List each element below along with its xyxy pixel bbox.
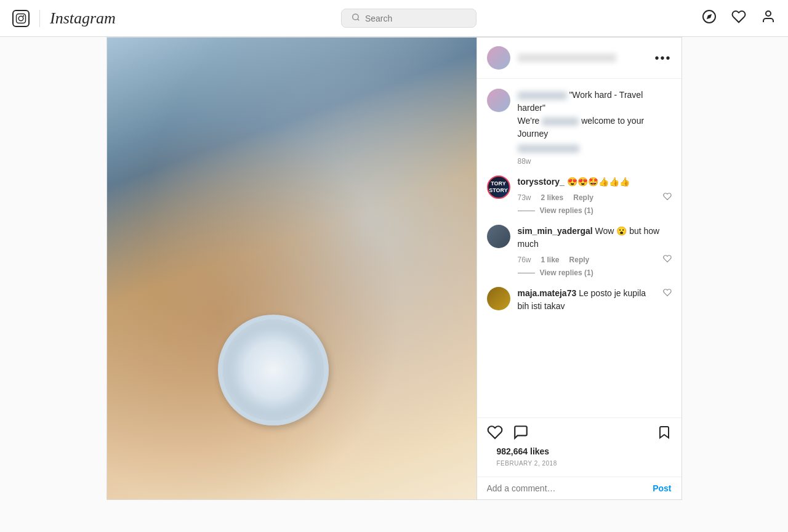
heart-icon[interactable]: [731, 9, 746, 28]
comment-content-maja: maja.mateja73 Le posto je kupila bih ist…: [518, 287, 656, 313]
caption-content: "Work hard - Travel harder" We're welcom…: [518, 89, 672, 166]
comment-username-maja[interactable]: maja.mateja73: [518, 288, 577, 298]
instagram-logo-icon: [12, 10, 30, 27]
post-right-panel: ••• "Work hard - Travel harder" We're: [476, 38, 681, 499]
search-input[interactable]: [365, 14, 466, 23]
view-replies-sim[interactable]: View replies (1): [518, 268, 672, 277]
likes-count: 982,664 likes: [487, 444, 672, 459]
comment-reply-sim[interactable]: Reply: [569, 256, 590, 264]
svg-point-2: [23, 15, 24, 16]
comment-likes-torysstory: 2 likes: [541, 193, 564, 202]
svg-point-7: [766, 11, 771, 16]
comment-text-sim: sim_min_yadergal Wow 😮 but how much: [518, 225, 672, 251]
logo-divider: [39, 10, 40, 27]
bookmark-button[interactable]: [657, 425, 672, 443]
comment-avatar-sim: [487, 225, 510, 248]
caption-text: "Work hard - Travel harder" We're welcom…: [518, 89, 672, 153]
comment-avatar-torysstory: TORYSTORY: [487, 175, 510, 199]
search-icon: [352, 13, 360, 23]
comment-post-button[interactable]: Post: [653, 483, 671, 493]
comment-input[interactable]: [487, 483, 653, 493]
profile-icon[interactable]: [761, 9, 776, 28]
comment-heart-maja[interactable]: [663, 288, 672, 313]
actions-bar: 982,664 likes February 2, 2018: [477, 417, 681, 477]
post-date: February 2, 2018: [487, 459, 672, 473]
post-container: ••• "Work hard - Travel harder" We're: [107, 37, 682, 500]
post-image-background: [107, 38, 476, 499]
comment-likes-sim: 1 like: [541, 256, 560, 264]
comment-row: TORYSTORY torysstory_ 😍😍🤩👍👍👍 73w 2 likes…: [487, 175, 672, 215]
caption-body-start: We're: [518, 116, 542, 126]
caption-blurred-line: [518, 145, 579, 153]
post-more-button[interactable]: •••: [654, 51, 671, 65]
view-replies-line-sim: [518, 273, 535, 273]
comment-time-sim: 76w: [518, 256, 531, 264]
header: Instagram: [0, 0, 788, 37]
comment-heart-sim[interactable]: [663, 254, 672, 265]
search-box[interactable]: [341, 9, 476, 28]
header-right: [702, 9, 776, 28]
comment-avatar-maja: [487, 287, 510, 310]
post-author-avatar: [487, 46, 510, 70]
comment-body-torysstory: 😍😍🤩👍👍👍: [567, 177, 630, 187]
svg-point-1: [18, 16, 23, 21]
caption-avatar: [487, 89, 510, 112]
caption-username-blur: [518, 92, 567, 100]
comment-button[interactable]: [513, 424, 529, 444]
view-replies-text-sim[interactable]: View replies (1): [540, 268, 593, 277]
comment-reply-torysstory[interactable]: Reply: [573, 193, 593, 202]
view-replies-text-torysstory[interactable]: View replies (1): [540, 206, 593, 215]
comment-row: maja.mateja73 Le posto je kupila bih ist…: [487, 287, 672, 313]
comment-content-torysstory: torysstory_ 😍😍🤩👍👍👍 73w 2 likes Reply: [518, 175, 672, 215]
main-content: ••• "Work hard - Travel harder" We're: [0, 37, 788, 500]
svg-point-3: [353, 14, 358, 20]
post-author-username: [518, 54, 616, 62]
post-caption: "Work hard - Travel harder" We're welcom…: [487, 89, 672, 166]
watch-decoration: [218, 315, 329, 425]
comment-text-torysstory: torysstory_ 😍😍🤩👍👍👍: [518, 175, 672, 188]
caption-time: 88w: [518, 157, 672, 166]
comment-username-sim[interactable]: sim_min_yadergal: [518, 226, 593, 236]
comment-meta-torysstory: 73w 2 likes Reply: [518, 192, 672, 203]
svg-marker-6: [707, 14, 712, 18]
svg-rect-0: [17, 14, 26, 23]
instagram-wordmark: Instagram: [50, 9, 116, 28]
post-image: [107, 38, 476, 499]
comment-text-maja: maja.mateja73 Le posto je kupila bih ist…: [518, 287, 656, 313]
comment-time-torysstory: 73w: [518, 193, 531, 202]
post-header: •••: [477, 38, 681, 79]
comments-area: "Work hard - Travel harder" We're welcom…: [477, 79, 681, 417]
comment-content-sim: sim_min_yadergal Wow 😮 but how much 76w …: [518, 225, 672, 277]
view-replies-line: [518, 211, 535, 211]
comment-heart-torysstory[interactable]: [663, 192, 672, 203]
like-button[interactable]: [487, 424, 503, 444]
comment-meta-sim: 76w 1 like Reply: [518, 254, 672, 265]
caption-blurred-word: [542, 118, 579, 126]
explore-icon[interactable]: [702, 9, 717, 28]
svg-line-4: [358, 19, 360, 21]
header-left: Instagram: [12, 9, 116, 28]
comment-username-torysstory[interactable]: torysstory_: [518, 177, 565, 187]
action-icons: [487, 424, 672, 444]
view-replies-torysstory[interactable]: View replies (1): [518, 206, 672, 215]
comment-input-area: Post: [477, 477, 681, 499]
comment-row: sim_min_yadergal Wow 😮 but how much 76w …: [487, 225, 672, 277]
